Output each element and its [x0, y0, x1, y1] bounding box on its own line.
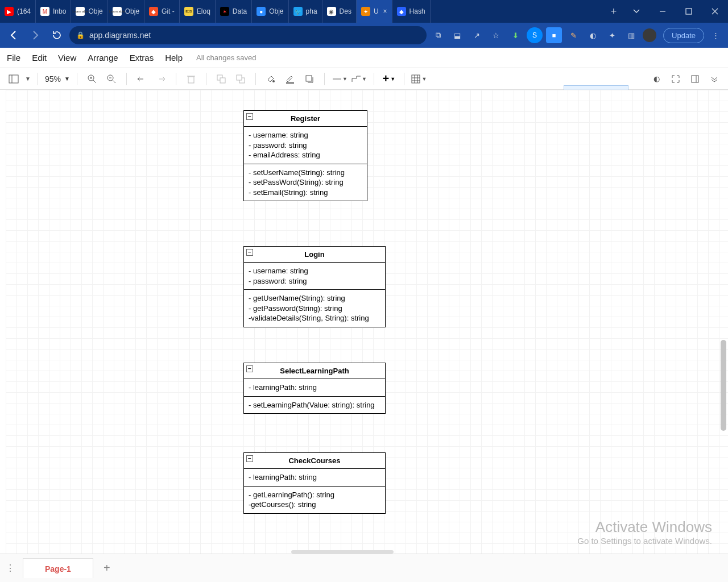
- tab-favicon: ◆: [149, 7, 158, 16]
- svg-point-17: [272, 80, 275, 82]
- browser-tab[interactable]: ✶Data: [216, 0, 252, 23]
- fill-color-button[interactable]: [263, 71, 279, 87]
- uml-operation: - setEmail(String): string: [249, 188, 362, 198]
- menu-arrange[interactable]: Arrange: [88, 53, 118, 63]
- profile-avatar[interactable]: [643, 28, 656, 42]
- menu-extras[interactable]: Extras: [130, 53, 154, 63]
- to-front-button[interactable]: [213, 71, 229, 87]
- tab-close-button[interactable]: ×: [383, 7, 387, 15]
- browser-tab[interactable]: EJSEloq: [180, 0, 216, 23]
- format-panel-toggle[interactable]: [687, 71, 703, 87]
- uml-class-header[interactable]: −Login: [244, 247, 385, 263]
- menu-file[interactable]: File: [7, 53, 20, 63]
- uml-class-register[interactable]: −Register- username: string- password: s…: [243, 110, 367, 201]
- uml-class-selectlearningpath[interactable]: −SelectLearningPath- learningPath: strin…: [243, 363, 386, 414]
- uml-attribute: - learningPath: string: [249, 472, 380, 483]
- zoom-ext-icon[interactable]: ■: [546, 27, 562, 43]
- chrome-menu-button[interactable]: ⋮: [708, 27, 723, 43]
- new-tab-button[interactable]: +: [604, 0, 623, 23]
- svg-rect-11: [188, 77, 194, 83]
- tab-label: pha: [306, 7, 317, 15]
- maximize-button[interactable]: [676, 0, 702, 23]
- fullscreen-button[interactable]: [668, 71, 684, 87]
- uml-class-header[interactable]: −Register: [244, 111, 367, 127]
- uml-attributes[interactable]: - username: string- password: string- em…: [244, 127, 367, 164]
- shadow-button[interactable]: [301, 71, 317, 87]
- browser-tab[interactable]: Learn ableObje: [71, 0, 107, 23]
- browser-tab[interactable]: MInbo: [36, 0, 71, 23]
- page-tab-1[interactable]: Page-1: [23, 558, 93, 578]
- table-button[interactable]: ▼: [411, 71, 427, 87]
- vertical-scrollbar[interactable]: [719, 90, 727, 554]
- browser-tab[interactable]: ▶(164: [0, 0, 36, 23]
- open-external-icon[interactable]: ⧉: [430, 27, 446, 43]
- theme-toggle-button[interactable]: ◐: [648, 71, 664, 87]
- browser-tab[interactable]: Learn ableObje: [108, 0, 144, 23]
- share-icon[interactable]: ↗: [469, 27, 485, 43]
- bookmark-icon[interactable]: ☆: [488, 27, 504, 43]
- delete-button[interactable]: [183, 71, 199, 87]
- close-window-button[interactable]: [702, 0, 728, 23]
- menu-edit[interactable]: Edit: [32, 53, 47, 63]
- uml-collapse-toggle[interactable]: −: [246, 249, 253, 256]
- page-footer: ⋮ Page-1 +: [0, 554, 728, 582]
- nav-back-button[interactable]: [5, 26, 23, 44]
- minimize-button[interactable]: [650, 0, 676, 23]
- uml-operations[interactable]: - getLearningPath(): string-getCourses()…: [244, 486, 385, 513]
- undo-button[interactable]: [134, 71, 150, 87]
- sidepanel-icon[interactable]: ▥: [623, 27, 639, 43]
- browser-tab[interactable]: ◆Git -: [144, 0, 180, 23]
- page-menu-button[interactable]: ⋮: [0, 563, 20, 573]
- uml-attributes[interactable]: - learningPath: string: [244, 469, 385, 486]
- connection-style-button[interactable]: ▼: [332, 71, 348, 87]
- uml-collapse-toggle[interactable]: −: [246, 455, 253, 462]
- tab-favicon: ◆: [397, 7, 406, 16]
- url-field[interactable]: 🔒 app.diagrams.net: [69, 26, 427, 44]
- pen-ext-icon[interactable]: ✎: [565, 27, 581, 43]
- uml-class-header[interactable]: −SelectLearningPath: [244, 363, 385, 379]
- tab-search-button[interactable]: [623, 0, 650, 23]
- waypoint-style-button[interactable]: ▼: [351, 71, 367, 87]
- browser-tab[interactable]: ●Obje: [252, 0, 288, 23]
- uml-operations[interactable]: - setLearningPath(Value: string): string: [244, 396, 385, 414]
- uml-attributes[interactable]: - learningPath: string: [244, 379, 385, 396]
- redo-button[interactable]: [153, 71, 169, 87]
- zoom-dropdown[interactable]: 95% ▼: [45, 74, 70, 84]
- uml-operations[interactable]: - getUserName(String): string- getPasswo…: [244, 289, 385, 327]
- browser-tab[interactable]: 🐦pha: [289, 0, 322, 23]
- zoom-out-button[interactable]: [104, 71, 119, 87]
- tab-label: Des: [340, 7, 351, 15]
- uml-class-header[interactable]: −CheckCourses: [244, 453, 385, 469]
- to-back-button[interactable]: [233, 71, 249, 87]
- tab-label: Data: [233, 7, 247, 15]
- menu-help[interactable]: Help: [165, 53, 183, 63]
- uml-class-checkcourses[interactable]: −CheckCourses- learningPath: string- get…: [243, 452, 386, 514]
- line-color-button[interactable]: [282, 71, 298, 87]
- shazam-ext-icon[interactable]: S: [527, 27, 543, 43]
- unknown-ext-icon[interactable]: ◐: [585, 27, 601, 43]
- zoom-in-button[interactable]: [84, 71, 100, 87]
- update-button[interactable]: Update: [663, 28, 704, 43]
- browser-tab[interactable]: ✦U×: [357, 0, 392, 23]
- uml-attributes[interactable]: - username: string- password: string: [244, 263, 385, 289]
- extensions-icon[interactable]: ✦: [604, 27, 620, 43]
- nav-forward-button[interactable]: [26, 26, 44, 44]
- nav-reload-button[interactable]: [48, 26, 66, 44]
- sidebar-toggle-button[interactable]: [6, 71, 22, 87]
- insert-button[interactable]: +▼: [381, 71, 397, 87]
- browser-tab[interactable]: ◆Hash: [392, 0, 431, 23]
- collapse-toolbar-button[interactable]: [706, 71, 722, 87]
- download-ext-icon[interactable]: ⬇: [507, 27, 523, 43]
- install-app-icon[interactable]: ⬓: [449, 27, 465, 43]
- lock-icon: 🔒: [76, 31, 85, 39]
- menu-view[interactable]: View: [58, 53, 76, 63]
- uml-collapse-toggle[interactable]: −: [246, 365, 253, 372]
- add-page-button[interactable]: +: [97, 562, 117, 575]
- vertical-scroll-thumb[interactable]: [721, 340, 726, 431]
- chevron-down-icon: ▼: [64, 76, 70, 82]
- uml-collapse-toggle[interactable]: −: [246, 113, 253, 120]
- browser-tab[interactable]: ◉Des: [322, 0, 357, 23]
- diagram-canvas[interactable]: −Register- username: string- password: s…: [0, 90, 728, 554]
- uml-operations[interactable]: - setUserName(String): string- setPassWo…: [244, 164, 367, 201]
- uml-class-login[interactable]: −Login- username: string- password: stri…: [243, 246, 386, 327]
